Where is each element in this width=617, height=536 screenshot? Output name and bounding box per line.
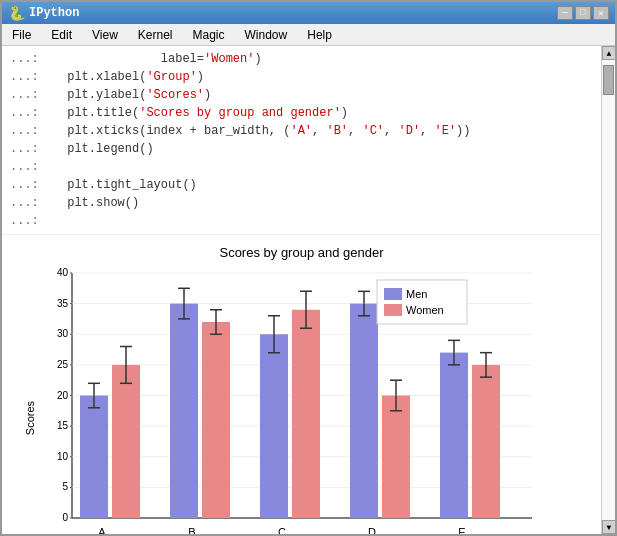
- bar-c-men: [260, 334, 288, 518]
- legend-women-label: Women: [406, 304, 444, 316]
- bar-d-women: [382, 396, 410, 519]
- svg-text:15: 15: [56, 420, 68, 431]
- minimize-button[interactable]: ─: [557, 6, 573, 20]
- prompt-7: ...:: [10, 158, 60, 176]
- code-text-8: plt.tight_layout(): [60, 176, 197, 194]
- svg-text:30: 30: [56, 328, 68, 339]
- scroll-track[interactable]: [602, 60, 615, 520]
- prompt-4: ...:: [10, 104, 60, 122]
- menu-kernel[interactable]: Kernel: [132, 26, 179, 44]
- bar-c-women: [292, 310, 320, 518]
- x-tick-a: A: [98, 526, 106, 534]
- svg-text:0: 0: [62, 512, 68, 523]
- prompt-10: ...:: [10, 212, 60, 230]
- svg-text:40: 40: [56, 268, 68, 278]
- menu-window[interactable]: Window: [239, 26, 294, 44]
- bar-d-men: [350, 304, 378, 518]
- svg-text:20: 20: [56, 390, 68, 401]
- title-bar-controls: ─ □ ✕: [557, 6, 609, 20]
- app-icon: 🐍: [8, 5, 25, 22]
- close-button[interactable]: ✕: [593, 6, 609, 20]
- x-tick-d: D: [368, 526, 376, 534]
- prompt-2: ...:: [10, 68, 60, 86]
- menu-bar: File Edit View Kernel Magic Window Help: [2, 24, 615, 46]
- prompt-9: ...:: [10, 194, 60, 212]
- chart-title: Scores by group and gender: [17, 245, 586, 260]
- legend-men-label: Men: [406, 288, 427, 300]
- code-line-8: ...: plt.tight_layout(): [10, 176, 593, 194]
- code-line-2: ...: plt.xlabel('Group'): [10, 68, 593, 86]
- vertical-scrollbar[interactable]: ▲ ▼: [601, 46, 615, 534]
- code-line-1: ...: label='Women'): [10, 50, 593, 68]
- menu-view[interactable]: View: [86, 26, 124, 44]
- x-tick-e: E: [458, 526, 465, 534]
- code-text-9: plt.show(): [60, 194, 139, 212]
- prompt-8: ...:: [10, 176, 60, 194]
- code-line-10: ...:: [10, 212, 593, 230]
- prompt-6: ...:: [10, 140, 60, 158]
- svg-text:5: 5: [62, 481, 68, 492]
- code-line-5: ...: plt.xticks(index + bar_width, ('A',…: [10, 122, 593, 140]
- code-text-6: plt.legend(): [60, 140, 154, 158]
- code-line-4: ...: plt.title('Scores by group and gend…: [10, 104, 593, 122]
- code-section: ...: label='Women') ...: plt.xlabel('Gro…: [2, 46, 601, 235]
- chart-svg: Scores 0 5: [22, 268, 582, 534]
- code-line-9: ...: plt.show(): [10, 194, 593, 212]
- scroll-up-button[interactable]: ▲: [602, 46, 615, 60]
- legend-women-color: [384, 304, 402, 316]
- bar-e-women: [472, 365, 500, 518]
- legend-men-color: [384, 288, 402, 300]
- svg-text:10: 10: [56, 451, 68, 462]
- chart-container: Scores by group and gender Scores: [2, 235, 601, 534]
- svg-text:25: 25: [56, 359, 68, 370]
- code-text-1: label='Women'): [60, 50, 262, 68]
- code-text-5: plt.xticks(index + bar_width, ('A', 'B',…: [60, 122, 471, 140]
- prompt-1: ...:: [10, 50, 60, 68]
- window-title: IPython: [29, 6, 79, 20]
- title-bar: 🐍 IPython ─ □ ✕: [2, 2, 615, 24]
- menu-help[interactable]: Help: [301, 26, 338, 44]
- bar-b-women: [202, 322, 230, 518]
- main-window: 🐍 IPython ─ □ ✕ File Edit View Kernel Ma…: [0, 0, 617, 536]
- code-text-3: plt.ylabel('Scores'): [60, 86, 211, 104]
- code-line-3: ...: plt.ylabel('Scores'): [10, 86, 593, 104]
- x-tick-b: B: [188, 526, 195, 534]
- notebook-area[interactable]: ...: label='Women') ...: plt.xlabel('Gro…: [2, 46, 601, 534]
- content-area: ...: label='Women') ...: plt.xlabel('Gro…: [2, 46, 615, 534]
- bar-a-women: [112, 365, 140, 518]
- svg-text:35: 35: [56, 298, 68, 309]
- code-text-2: plt.xlabel('Group'): [60, 68, 204, 86]
- x-tick-c: C: [278, 526, 286, 534]
- code-text-4: plt.title('Scores by group and gender'): [60, 104, 348, 122]
- scroll-thumb[interactable]: [603, 65, 614, 95]
- svg-rect-68: [377, 280, 467, 324]
- prompt-5: ...:: [10, 122, 60, 140]
- prompt-3: ...:: [10, 86, 60, 104]
- code-line-6: ...: plt.legend(): [10, 140, 593, 158]
- menu-file[interactable]: File: [6, 26, 37, 44]
- title-bar-left: 🐍 IPython: [8, 5, 79, 22]
- menu-edit[interactable]: Edit: [45, 26, 78, 44]
- y-axis-label: Scores: [24, 400, 36, 435]
- maximize-button[interactable]: □: [575, 6, 591, 20]
- bar-e-men: [440, 353, 468, 518]
- scroll-down-button[interactable]: ▼: [602, 520, 615, 534]
- code-line-7: ...:: [10, 158, 593, 176]
- bar-a-men: [80, 396, 108, 519]
- bar-b-men: [170, 304, 198, 518]
- menu-magic[interactable]: Magic: [187, 26, 231, 44]
